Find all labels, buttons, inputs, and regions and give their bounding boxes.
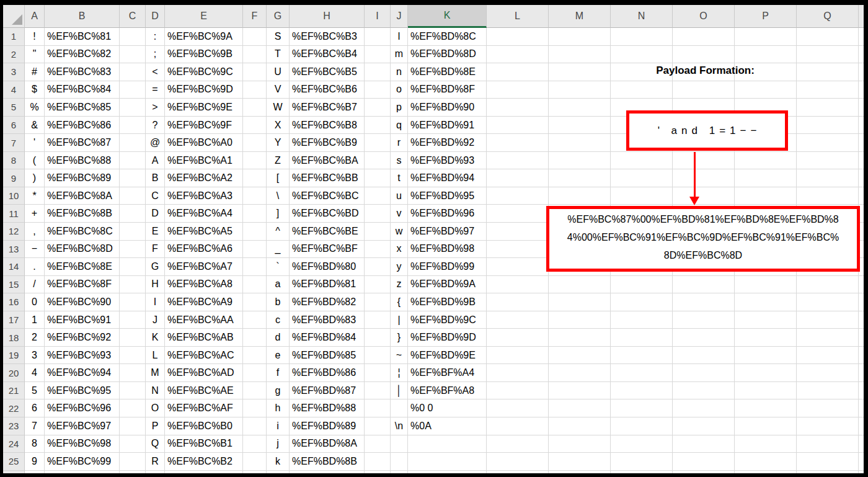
- cell-h13[interactable]: %EF%BC%BF: [290, 241, 365, 259]
- cell-d7[interactable]: @: [146, 134, 165, 152]
- cell-e14[interactable]: %EF%BC%A7: [165, 258, 243, 276]
- cell-l25[interactable]: [487, 453, 549, 471]
- cell-m6[interactable]: [549, 117, 611, 135]
- cell-c10[interactable]: [120, 187, 146, 205]
- cell-o10[interactable]: [673, 187, 735, 205]
- cell-k15[interactable]: %EF%BD%9A: [408, 276, 487, 294]
- cell-h3[interactable]: %EF%BC%B5: [290, 63, 365, 81]
- cell-c9[interactable]: [120, 169, 146, 187]
- cell-l16[interactable]: [487, 293, 549, 311]
- cell-c20[interactable]: [120, 364, 146, 382]
- cell-d23[interactable]: P: [146, 417, 165, 435]
- cell-c11[interactable]: [120, 205, 146, 223]
- cell-d4[interactable]: =: [146, 81, 165, 99]
- cell-c18[interactable]: [120, 329, 146, 347]
- cell-c23[interactable]: [120, 417, 146, 435]
- column-header-h[interactable]: H: [290, 5, 365, 28]
- row-header-16[interactable]: 16: [3, 293, 25, 311]
- select-all-button[interactable]: [3, 5, 25, 28]
- cell-c24[interactable]: [120, 435, 146, 453]
- cell-r22[interactable]: [859, 399, 864, 417]
- cell-n15[interactable]: [611, 276, 673, 294]
- cell-a1[interactable]: !: [25, 28, 45, 46]
- cell-j8[interactable]: s: [391, 152, 408, 170]
- cell-j25[interactable]: [391, 453, 408, 471]
- column-header-j[interactable]: J: [391, 5, 408, 28]
- cell-b9[interactable]: %EF%BC%89: [45, 169, 120, 187]
- cell-i22[interactable]: [365, 399, 391, 417]
- cell-f6[interactable]: [243, 117, 267, 135]
- cell-b13[interactable]: %EF%BC%8D: [45, 241, 120, 259]
- cell-j20[interactable]: ¦: [391, 364, 408, 382]
- cell-r3[interactable]: [859, 63, 864, 81]
- cell-g22[interactable]: h: [267, 399, 290, 417]
- cell-l21[interactable]: [487, 382, 549, 400]
- cell-a12[interactable]: ,: [25, 223, 45, 241]
- cell-c25[interactable]: [120, 453, 146, 471]
- row-header-9[interactable]: 9: [3, 169, 25, 187]
- row-header-17[interactable]: 17: [3, 311, 25, 329]
- cell-k20[interactable]: %EF%BF%A4: [408, 364, 487, 382]
- cell-i24[interactable]: [365, 435, 391, 453]
- cell-a24[interactable]: 8: [25, 435, 45, 453]
- cell-p1[interactable]: [735, 28, 797, 46]
- cell-p8[interactable]: [735, 152, 797, 170]
- cell-l10[interactable]: [487, 187, 549, 205]
- cell-i5[interactable]: [365, 99, 391, 117]
- cell-i19[interactable]: [365, 347, 391, 365]
- cell-k18[interactable]: %EF%BD%9D: [408, 329, 487, 347]
- cell-b18[interactable]: %EF%BC%92: [45, 329, 120, 347]
- cell-d20[interactable]: M: [146, 364, 165, 382]
- cell-i21[interactable]: [365, 382, 391, 400]
- cell-h8[interactable]: %EF%BC%BA: [290, 152, 365, 170]
- cell-i3[interactable]: [365, 63, 391, 81]
- cell-e18[interactable]: %EF%BC%AB: [165, 329, 243, 347]
- cell-e19[interactable]: %EF%BC%AC: [165, 347, 243, 365]
- cell-o4[interactable]: [673, 81, 735, 99]
- column-header-k[interactable]: K: [408, 5, 487, 28]
- cell-d3[interactable]: <: [146, 63, 165, 81]
- row-header-14[interactable]: 14: [3, 258, 25, 276]
- cell-p17[interactable]: [735, 311, 797, 329]
- cell-o1[interactable]: [673, 28, 735, 46]
- cell-p22[interactable]: [735, 399, 797, 417]
- cell-d6[interactable]: ?: [146, 117, 165, 135]
- cell-g2[interactable]: T: [267, 46, 290, 64]
- cell-q22[interactable]: [797, 399, 859, 417]
- cell-e3[interactable]: %EF%BC%9C: [165, 63, 243, 81]
- cell-e22[interactable]: %EF%BC%AF: [165, 399, 243, 417]
- cell-j2[interactable]: m: [391, 46, 408, 64]
- row-header-22[interactable]: 22: [3, 399, 25, 417]
- cell-j12[interactable]: w: [391, 223, 408, 241]
- cell-i7[interactable]: [365, 134, 391, 152]
- cell-o16[interactable]: [673, 293, 735, 311]
- cell-d5[interactable]: >: [146, 99, 165, 117]
- cell-n17[interactable]: [611, 311, 673, 329]
- cell-p21[interactable]: [735, 382, 797, 400]
- cell-h16[interactable]: %EF%BD%82: [290, 293, 365, 311]
- row-header-4[interactable]: 4: [3, 81, 25, 99]
- cell-c13[interactable]: [120, 241, 146, 259]
- cell-l20[interactable]: [487, 364, 549, 382]
- cell-g5[interactable]: W: [267, 99, 290, 117]
- cell-p15[interactable]: [735, 276, 797, 294]
- cell-o18[interactable]: [673, 329, 735, 347]
- cell-e10[interactable]: %EF%BC%A3: [165, 187, 243, 205]
- row-header-21[interactable]: 21: [3, 382, 25, 400]
- row-header-8[interactable]: 8: [3, 152, 25, 170]
- cell-i13[interactable]: [365, 241, 391, 259]
- row-header-3[interactable]: 3: [3, 63, 25, 81]
- cell-o22[interactable]: [673, 399, 735, 417]
- cell-b24[interactable]: %EF%BC%98: [45, 435, 120, 453]
- row-header-23[interactable]: 23: [3, 417, 25, 435]
- cell-o24[interactable]: [673, 435, 735, 453]
- cell-j9[interactable]: t: [391, 169, 408, 187]
- cell-r[interactable]: [859, 471, 864, 473]
- cell-q[interactable]: [797, 471, 859, 473]
- cell-r7[interactable]: [859, 134, 864, 152]
- row-header-11[interactable]: 11: [3, 205, 25, 223]
- cell-e5[interactable]: %EF%BC%9E: [165, 99, 243, 117]
- cell-j4[interactable]: o: [391, 81, 408, 99]
- cell-j17[interactable]: |: [391, 311, 408, 329]
- cell-e12[interactable]: %EF%BC%A5: [165, 223, 243, 241]
